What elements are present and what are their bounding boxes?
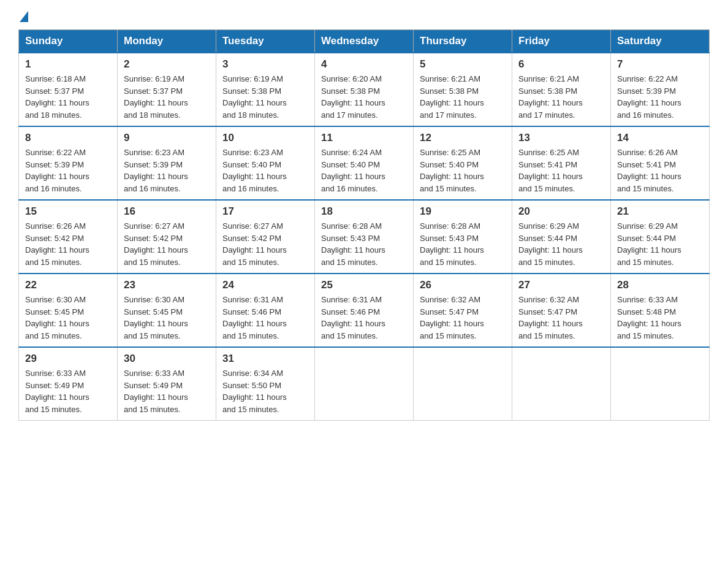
day-info: Sunrise: 6:28 AM Sunset: 5:43 PM Dayligh…: [321, 220, 407, 268]
calendar-day-cell: 31 Sunrise: 6:34 AM Sunset: 5:50 PM Dayl…: [216, 347, 315, 421]
logo-triangle-icon: [20, 11, 28, 22]
day-info: Sunrise: 6:25 AM Sunset: 5:41 PM Dayligh…: [518, 147, 604, 194]
calendar-week-row: 29 Sunrise: 6:33 AM Sunset: 5:49 PM Dayl…: [19, 347, 710, 421]
day-number: 14: [617, 132, 703, 144]
day-info: Sunrise: 6:33 AM Sunset: 5:49 PM Dayligh…: [124, 367, 210, 415]
day-number: 15: [25, 205, 111, 218]
calendar-day-cell: 2 Sunrise: 6:19 AM Sunset: 5:37 PM Dayli…: [118, 53, 216, 126]
day-info: Sunrise: 6:22 AM Sunset: 5:39 PM Dayligh…: [617, 73, 703, 121]
day-number: 3: [222, 58, 308, 71]
day-number: 6: [518, 58, 604, 71]
calendar-day-cell: 21 Sunrise: 6:29 AM Sunset: 5:44 PM Dayl…: [611, 200, 710, 274]
day-number: 9: [124, 132, 210, 144]
calendar-day-cell: 29 Sunrise: 6:33 AM Sunset: 5:49 PM Dayl…: [19, 347, 118, 421]
calendar-day-cell: 19 Sunrise: 6:28 AM Sunset: 5:43 PM Dayl…: [414, 200, 512, 274]
page-header: [18, 12, 710, 23]
day-info: Sunrise: 6:19 AM Sunset: 5:38 PM Dayligh…: [222, 73, 308, 121]
day-info: Sunrise: 6:33 AM Sunset: 5:49 PM Dayligh…: [25, 367, 111, 415]
calendar-day-cell: 11 Sunrise: 6:24 AM Sunset: 5:40 PM Dayl…: [315, 126, 414, 200]
day-number: 20: [518, 205, 604, 218]
day-number: 1: [25, 58, 111, 71]
calendar-day-cell: 1 Sunrise: 6:18 AM Sunset: 5:37 PM Dayli…: [19, 53, 118, 126]
logo: [18, 12, 29, 23]
day-info: Sunrise: 6:19 AM Sunset: 5:37 PM Dayligh…: [124, 73, 210, 121]
calendar-header: SundayMondayTuesdayWednesdayThursdayFrid…: [19, 30, 710, 53]
day-info: Sunrise: 6:28 AM Sunset: 5:43 PM Dayligh…: [420, 220, 506, 268]
calendar-day-cell: 24 Sunrise: 6:31 AM Sunset: 5:46 PM Dayl…: [216, 274, 315, 347]
day-info: Sunrise: 6:30 AM Sunset: 5:45 PM Dayligh…: [124, 294, 210, 342]
day-number: 29: [25, 353, 111, 365]
calendar-day-cell: 26 Sunrise: 6:32 AM Sunset: 5:47 PM Dayl…: [414, 274, 512, 347]
calendar-day-cell: 12 Sunrise: 6:25 AM Sunset: 5:40 PM Dayl…: [414, 126, 512, 200]
day-info: Sunrise: 6:23 AM Sunset: 5:40 PM Dayligh…: [222, 147, 308, 194]
calendar-day-cell: 20 Sunrise: 6:29 AM Sunset: 5:44 PM Dayl…: [512, 200, 611, 274]
day-number: 31: [222, 353, 308, 365]
calendar-day-cell: 15 Sunrise: 6:26 AM Sunset: 5:42 PM Dayl…: [19, 200, 118, 274]
calendar-day-cell: 27 Sunrise: 6:32 AM Sunset: 5:47 PM Dayl…: [512, 274, 611, 347]
day-number: 28: [617, 279, 703, 291]
day-number: 26: [420, 279, 506, 291]
day-info: Sunrise: 6:29 AM Sunset: 5:44 PM Dayligh…: [617, 220, 703, 268]
day-info: Sunrise: 6:24 AM Sunset: 5:40 PM Dayligh…: [321, 147, 407, 194]
day-number: 7: [617, 58, 703, 71]
calendar-day-cell: 25 Sunrise: 6:31 AM Sunset: 5:46 PM Dayl…: [315, 274, 414, 347]
day-info: Sunrise: 6:26 AM Sunset: 5:42 PM Dayligh…: [25, 220, 111, 268]
day-number: 8: [25, 132, 111, 144]
day-info: Sunrise: 6:27 AM Sunset: 5:42 PM Dayligh…: [124, 220, 210, 268]
day-number: 25: [321, 279, 407, 291]
calendar-day-cell: 13 Sunrise: 6:25 AM Sunset: 5:41 PM Dayl…: [512, 126, 611, 200]
calendar-day-cell: [414, 347, 512, 421]
calendar-day-cell: [315, 347, 414, 421]
day-info: Sunrise: 6:27 AM Sunset: 5:42 PM Dayligh…: [222, 220, 308, 268]
day-number: 2: [124, 58, 210, 71]
weekday-header-sunday: Sunday: [19, 30, 118, 53]
calendar-day-cell: 10 Sunrise: 6:23 AM Sunset: 5:40 PM Dayl…: [216, 126, 315, 200]
calendar-day-cell: 30 Sunrise: 6:33 AM Sunset: 5:49 PM Dayl…: [118, 347, 216, 421]
day-number: 11: [321, 132, 407, 144]
calendar-day-cell: 22 Sunrise: 6:30 AM Sunset: 5:45 PM Dayl…: [19, 274, 118, 347]
day-info: Sunrise: 6:22 AM Sunset: 5:39 PM Dayligh…: [25, 147, 111, 194]
calendar-day-cell: 14 Sunrise: 6:26 AM Sunset: 5:41 PM Dayl…: [611, 126, 710, 200]
weekday-header-thursday: Thursday: [414, 30, 512, 53]
day-number: 30: [124, 353, 210, 365]
calendar-day-cell: 5 Sunrise: 6:21 AM Sunset: 5:38 PM Dayli…: [414, 53, 512, 126]
weekday-header-tuesday: Tuesday: [216, 30, 315, 53]
calendar-week-row: 22 Sunrise: 6:30 AM Sunset: 5:45 PM Dayl…: [19, 274, 710, 347]
calendar-day-cell: 8 Sunrise: 6:22 AM Sunset: 5:39 PM Dayli…: [19, 126, 118, 200]
day-number: 24: [222, 279, 308, 291]
calendar-day-cell: 28 Sunrise: 6:33 AM Sunset: 5:48 PM Dayl…: [611, 274, 710, 347]
day-info: Sunrise: 6:21 AM Sunset: 5:38 PM Dayligh…: [420, 73, 506, 121]
calendar-day-cell: 18 Sunrise: 6:28 AM Sunset: 5:43 PM Dayl…: [315, 200, 414, 274]
calendar-day-cell: [611, 347, 710, 421]
calendar-day-cell: 16 Sunrise: 6:27 AM Sunset: 5:42 PM Dayl…: [118, 200, 216, 274]
weekday-header-wednesday: Wednesday: [315, 30, 414, 53]
day-number: 17: [222, 205, 308, 218]
day-number: 4: [321, 58, 407, 71]
calendar-week-row: 15 Sunrise: 6:26 AM Sunset: 5:42 PM Dayl…: [19, 200, 710, 274]
day-info: Sunrise: 6:30 AM Sunset: 5:45 PM Dayligh…: [25, 294, 111, 342]
day-number: 10: [222, 132, 308, 144]
day-info: Sunrise: 6:20 AM Sunset: 5:38 PM Dayligh…: [321, 73, 407, 121]
day-number: 21: [617, 205, 703, 218]
calendar-table: SundayMondayTuesdayWednesdayThursdayFrid…: [18, 29, 710, 421]
day-info: Sunrise: 6:32 AM Sunset: 5:47 PM Dayligh…: [518, 294, 604, 342]
calendar-day-cell: 3 Sunrise: 6:19 AM Sunset: 5:38 PM Dayli…: [216, 53, 315, 126]
day-number: 18: [321, 205, 407, 218]
day-info: Sunrise: 6:18 AM Sunset: 5:37 PM Dayligh…: [25, 73, 111, 121]
calendar-day-cell: 4 Sunrise: 6:20 AM Sunset: 5:38 PM Dayli…: [315, 53, 414, 126]
calendar-day-cell: 9 Sunrise: 6:23 AM Sunset: 5:39 PM Dayli…: [118, 126, 216, 200]
calendar-day-cell: 23 Sunrise: 6:30 AM Sunset: 5:45 PM Dayl…: [118, 274, 216, 347]
calendar-day-cell: 17 Sunrise: 6:27 AM Sunset: 5:42 PM Dayl…: [216, 200, 315, 274]
calendar-day-cell: 7 Sunrise: 6:22 AM Sunset: 5:39 PM Dayli…: [611, 53, 710, 126]
day-number: 5: [420, 58, 506, 71]
calendar-day-cell: 6 Sunrise: 6:21 AM Sunset: 5:38 PM Dayli…: [512, 53, 611, 126]
weekday-header-saturday: Saturday: [611, 30, 710, 53]
calendar-week-row: 8 Sunrise: 6:22 AM Sunset: 5:39 PM Dayli…: [19, 126, 710, 200]
day-info: Sunrise: 6:26 AM Sunset: 5:41 PM Dayligh…: [617, 147, 703, 194]
day-info: Sunrise: 6:32 AM Sunset: 5:47 PM Dayligh…: [420, 294, 506, 342]
weekday-header-monday: Monday: [118, 30, 216, 53]
day-number: 13: [518, 132, 604, 144]
calendar-day-cell: [512, 347, 611, 421]
day-number: 12: [420, 132, 506, 144]
day-number: 19: [420, 205, 506, 218]
